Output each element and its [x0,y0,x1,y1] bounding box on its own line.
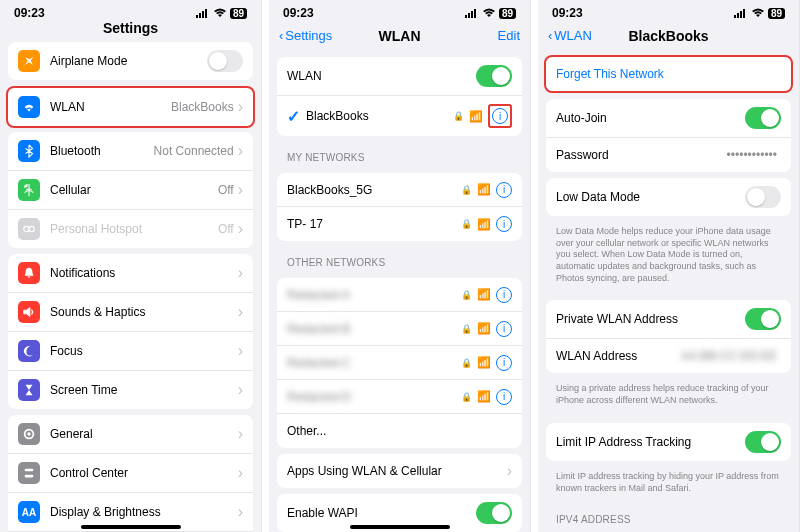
network-row[interactable]: TP- 17 🔒📶i [277,207,522,241]
other-network-row[interactable]: Other... [277,414,522,448]
info-icon[interactable]: i [496,355,512,371]
battery-icon: 89 [768,8,785,19]
hotspot-row[interactable]: Personal Hotspot Off › [8,210,253,248]
nav-bar: Settings [0,22,261,36]
status-time: 09:23 [283,6,314,20]
password-row[interactable]: Password •••••••••••• [546,138,791,172]
battery-icon: 89 [499,8,516,19]
apps-using-row[interactable]: Apps Using WLAN & Cellular › [277,454,522,488]
airplane-row[interactable]: Airplane Mode [8,42,253,80]
cellular-row[interactable]: Cellular Off › [8,171,253,210]
bluetooth-value: Not Connected [154,144,234,158]
network-row[interactable]: Redacted-A🔒📶i [277,278,522,312]
chevron-right-icon: › [238,342,243,360]
chevron-right-icon: › [238,264,243,282]
back-button[interactable]: ‹Settings [279,28,332,43]
autojoin-row[interactable]: Auto-Join [546,99,791,138]
network-row[interactable]: Redacted-D🔒📶i [277,380,522,414]
notifications-row[interactable]: Notifications › [8,254,253,293]
svg-rect-8 [25,469,34,472]
notifications-label: Notifications [50,266,238,280]
chevron-right-icon: › [238,181,243,199]
wifi-icon [18,96,40,118]
wifi-signal-icon: 📶 [477,356,491,369]
wifi-status-icon [482,8,496,18]
forget-network-row[interactable]: Forget This Network [546,57,791,91]
control-label: Control Center [50,466,238,480]
svg-rect-2 [202,11,204,18]
private-addr-help: Using a private address helps reduce tra… [538,379,799,416]
svg-rect-24 [474,9,476,18]
wifi-signal-icon: 📶 [477,288,491,301]
focus-row[interactable]: Focus › [8,332,253,371]
svg-point-5 [29,226,34,231]
back-button[interactable]: ‹WLAN [548,28,592,43]
signal-icon [734,8,748,18]
info-icon[interactable]: i [492,108,508,124]
wlan-toggle-label: WLAN [287,69,476,83]
lowdata-row[interactable]: Low Data Mode [546,178,791,216]
status-right: 89 [196,8,247,19]
wapi-toggle[interactable] [476,502,512,524]
network-row[interactable]: Redacted-B🔒📶i [277,312,522,346]
svg-rect-0 [196,15,198,18]
svg-point-4 [24,226,29,231]
nav-bar: ‹WLAN BlackBooks [538,22,799,51]
screentime-row[interactable]: Screen Time › [8,371,253,409]
lowdata-label: Low Data Mode [556,190,745,204]
limit-ip-row[interactable]: Limit IP Address Tracking [546,423,791,461]
autojoin-toggle[interactable] [745,107,781,129]
general-row[interactable]: General › [8,415,253,454]
speaker-icon [18,301,40,323]
gear-icon [18,423,40,445]
my-networks-title: MY NETWORKS [269,142,530,167]
sounds-row[interactable]: Sounds & Haptics › [8,293,253,332]
wlan-value: BlackBooks [171,100,234,114]
info-icon[interactable]: i [496,287,512,303]
limit-ip-toggle[interactable] [745,431,781,453]
other-label: Other... [287,424,512,438]
network-row[interactable]: BlackBooks_5G 🔒📶i [277,173,522,207]
chevron-left-icon: ‹ [548,28,552,43]
info-icon[interactable]: i [496,389,512,405]
wlan-addr-row[interactable]: WLAN Address AA:BB:CC:DD:EE [546,339,791,373]
hotspot-icon [18,218,40,240]
wlan-toggle-row[interactable]: WLAN [277,57,522,96]
wlan-row[interactable]: WLAN BlackBooks › [8,88,253,126]
edit-button[interactable]: Edit [498,28,520,43]
lowdata-toggle[interactable] [745,186,781,208]
airplane-toggle[interactable] [207,50,243,72]
forget-network-label: Forget This Network [556,67,664,81]
limit-ip-label: Limit IP Address Tracking [556,435,745,449]
wifi-signal-icon: 📶 [477,183,491,196]
private-addr-toggle[interactable] [745,308,781,330]
info-icon[interactable]: i [496,182,512,198]
info-icon[interactable]: i [496,216,512,232]
connected-network-row[interactable]: ✓ BlackBooks 🔒 📶 i [277,96,522,136]
wlan-addr-label: WLAN Address [556,349,681,363]
checkmark-icon: ✓ [287,107,300,126]
bluetooth-label: Bluetooth [50,144,154,158]
control-row[interactable]: Control Center › [8,454,253,493]
wlan-toggle[interactable] [476,65,512,87]
network-label: Redacted-D [287,390,461,404]
back-label: Settings [285,28,332,43]
home-indicator[interactable] [81,525,181,529]
network-row[interactable]: Redacted-C🔒📶i [277,346,522,380]
private-addr-row[interactable]: Private WLAN Address [546,300,791,339]
network-label: Redacted-A [287,288,461,302]
cellular-label: Cellular [50,183,218,197]
sliders-icon [18,462,40,484]
network-label: BlackBooks_5G [287,183,461,197]
info-icon[interactable]: i [496,321,512,337]
chevron-left-icon: ‹ [279,28,283,43]
hourglass-icon [18,379,40,401]
cellular-value: Off [218,183,234,197]
signal-icon [196,8,210,18]
home-indicator[interactable] [350,525,450,529]
svg-rect-3 [205,9,207,18]
bluetooth-row[interactable]: Bluetooth Not Connected › [8,132,253,171]
limit-ip-help: Limit IP address tracking by hiding your… [538,467,799,504]
battery-icon: 89 [230,8,247,19]
chevron-right-icon: › [238,98,243,116]
